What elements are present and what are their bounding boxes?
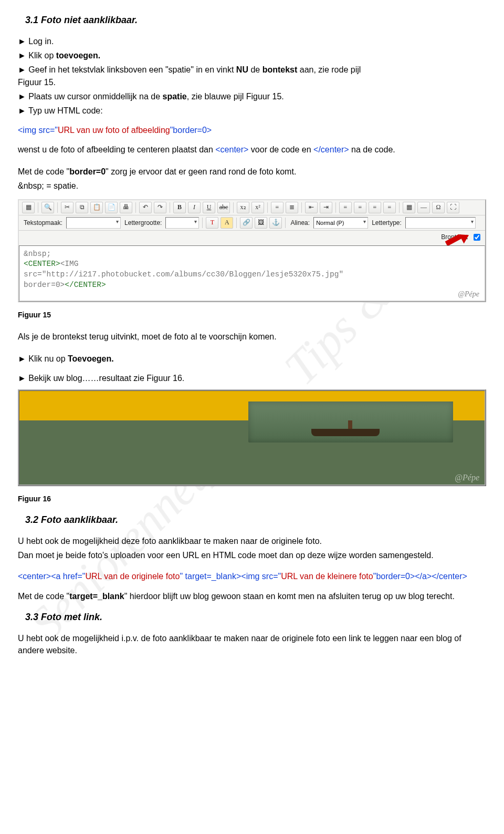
step-bold: toevoegen. — [56, 51, 100, 60]
bold: target=_blank — [69, 592, 124, 601]
text: " hierdoor blijft uw blog gewoon staan e… — [124, 592, 455, 601]
para-nbsp: &nbsp; = spatie. — [18, 180, 486, 192]
bold-icon[interactable]: B — [173, 202, 186, 213]
code-tag: <IMG — [60, 260, 79, 268]
separator — [301, 202, 302, 213]
separator — [135, 202, 136, 213]
source-icon[interactable]: ▦ — [22, 202, 35, 213]
alinea-label: Alinea: — [289, 219, 311, 226]
code-url: URL van de kleinere foto — [281, 572, 373, 581]
numbered-list-icon[interactable]: ≡ — [271, 202, 284, 213]
step-text: Klik nu op — [28, 354, 68, 363]
anchor-icon[interactable]: ⚓ — [269, 217, 282, 229]
redo-icon[interactable]: ↷ — [154, 202, 166, 213]
align-right-icon[interactable]: ≡ — [369, 202, 381, 213]
code-tag: border=0> — [24, 281, 65, 289]
textcolor-icon[interactable]: T — [206, 217, 218, 229]
brontekst-checkbox[interactable] — [474, 234, 480, 241]
alinea-select[interactable]: Normal (P) — [313, 217, 368, 229]
step-bold: Toevoegen. — [68, 354, 114, 363]
hr-icon[interactable]: — — [417, 202, 430, 213]
superscript-icon[interactable]: x² — [251, 202, 264, 213]
step-text: Geef in het tekstvlak linksboven een "sp… — [28, 65, 236, 74]
code-tag: "border=0></a></center> — [373, 572, 467, 581]
step-plaats-cursor: Plaats uw cursor onmiddellijk na de spat… — [18, 90, 486, 102]
separator — [202, 218, 203, 228]
step-text: Plaats uw cursor onmiddellijk na de — [28, 92, 162, 101]
undo-icon[interactable]: ↶ — [139, 202, 152, 213]
text: na de code. — [349, 145, 395, 154]
code-tag: "border=0> — [170, 126, 212, 135]
text: " zorg je ervoor dat er geen rand rond d… — [106, 167, 296, 176]
italic-icon[interactable]: I — [188, 202, 201, 213]
bullet-list-icon[interactable]: ≣ — [286, 202, 298, 213]
step-bold: spatie — [163, 92, 187, 101]
bgcolor-icon[interactable]: A — [220, 217, 233, 229]
underline-icon[interactable]: U — [203, 202, 215, 213]
code-tag: </CENTER> — [65, 281, 106, 289]
separator — [285, 218, 286, 228]
code-snippet-1: <img src="URL van uw foto of afbeelding"… — [18, 124, 486, 136]
cut-icon[interactable]: ✂ — [61, 202, 74, 213]
separator — [170, 202, 170, 213]
subscript-icon[interactable]: x₂ — [237, 202, 249, 213]
paste-icon[interactable]: 📋 — [90, 202, 103, 213]
code-inline: <center> — [215, 145, 248, 154]
table-icon[interactable]: ▦ — [403, 202, 415, 213]
symbol-icon[interactable]: Ω — [432, 202, 445, 213]
link-icon[interactable]: 🔗 — [240, 217, 253, 229]
step-text: Klik op — [28, 51, 56, 60]
code-tag: <img src=" — [18, 126, 58, 135]
lettergrootte-select[interactable] — [165, 217, 199, 229]
step-text: , zie blauwe pijl Figuur 15. — [187, 92, 284, 101]
step-bold: bontekst — [262, 65, 298, 74]
code-line: src="http://i217.photobucket.com/albums/… — [24, 270, 480, 280]
step-bekijk-blog: Bekijk uw blog……resultaat zie Figuur 16. — [18, 372, 486, 384]
paste-text-icon[interactable]: 📄 — [105, 202, 118, 213]
figure-15-caption: Figuur 15 — [18, 310, 486, 320]
fullscreen-icon[interactable]: ⛶ — [447, 202, 459, 213]
step-continuation: Figuur 15. — [18, 76, 486, 88]
copy-icon[interactable]: ⧉ — [76, 202, 88, 213]
outdent-icon[interactable]: ⇤ — [305, 202, 318, 213]
strike-icon[interactable]: abc — [217, 202, 230, 213]
code-url: URL van uw foto of afbeelding — [58, 126, 170, 135]
preview-icon[interactable]: 🔍 — [41, 202, 54, 213]
text: Met de code " — [18, 167, 69, 176]
step-text: aan, zie rode pijl — [297, 65, 361, 74]
code-line: border=0></CENTER> — [24, 280, 480, 291]
boat-shape — [311, 429, 380, 436]
figure-16-image: @Pépe — [18, 389, 486, 486]
credit-text: @Pépe — [455, 473, 479, 482]
code-inline: </center> — [313, 145, 349, 154]
image-icon[interactable]: 🖼 — [255, 217, 267, 229]
tekstopmaak-select[interactable] — [66, 217, 121, 229]
para-target: Met de code "target=_blank" hierdoor bli… — [18, 590, 486, 602]
step-bold: NU — [236, 65, 248, 74]
code-textarea[interactable]: &nbsp; <CENTER><IMG src="http://i217.pho… — [19, 245, 485, 301]
para-32-b: Dan moet je beide foto's uploaden voor e… — [18, 549, 486, 561]
step-klik-toevoegen: Klik op toevoegen. — [18, 49, 486, 61]
align-justify-icon[interactable]: ≡ — [383, 202, 396, 213]
separator — [57, 202, 58, 213]
figure-16-caption: Figuur 16 — [18, 493, 486, 504]
print-icon[interactable]: 🖶 — [120, 202, 132, 213]
para-border: Met de code "border=0" zorg je ervoor da… — [18, 166, 486, 178]
toolbar-row-2: Tekstopmaak: Lettergrootte: T A 🔗 🖼 ⚓ Al… — [19, 215, 485, 231]
section-3-2-title: 3.2 Foto aanklikbaar. — [25, 514, 486, 526]
para-brontekst-uitvinkt: Als je de brontekst terug uitvinkt, moet… — [18, 331, 486, 343]
lettergrootte-label: Lettergrootte: — [123, 219, 163, 226]
bold: border=0 — [69, 167, 106, 176]
lettertype-label: Lettertype: — [370, 219, 403, 226]
separator — [233, 202, 234, 213]
code-snippet-2: <center><a href="URL van de originele fo… — [18, 570, 486, 583]
step-spatie: Geef in het tekstvlak linksboven een "sp… — [18, 64, 486, 76]
align-left-icon[interactable]: ≡ — [339, 202, 352, 213]
code-line: &nbsp; — [24, 249, 480, 260]
credit-text: @Pépe — [458, 290, 479, 300]
red-arrow-icon — [446, 234, 470, 245]
align-center-icon[interactable]: ≡ — [354, 202, 366, 213]
lettertype-select[interactable] — [405, 217, 476, 229]
step-typ-html: Typ uw HTML code: — [18, 105, 486, 117]
indent-icon[interactable]: ⇥ — [320, 202, 332, 213]
